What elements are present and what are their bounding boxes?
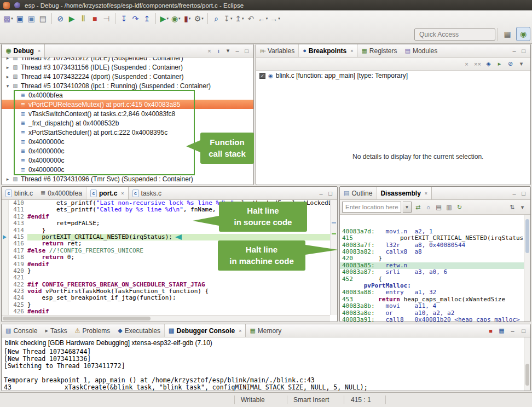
vertical-scrollbar[interactable] bbox=[524, 337, 530, 391]
show-breakpoints-supported-icon[interactable]: ◈ bbox=[484, 60, 493, 67]
tab-debug[interactable]: ◉ Debug × bbox=[2, 44, 45, 57]
coverage-icon[interactable]: ▮▾ bbox=[182, 12, 193, 25]
debug-icon[interactable]: ◉▾ bbox=[170, 12, 182, 25]
thread-row[interactable]: ▸▥Thread #3 1073431156 (IDLE) (Suspended… bbox=[2, 62, 253, 72]
view-menu-icon[interactable]: ▾ bbox=[223, 47, 233, 54]
close-icon[interactable]: × bbox=[350, 48, 353, 54]
previous-annotation-icon[interactable]: ↥▾ bbox=[234, 12, 245, 25]
remove-all-breakpoints-icon[interactable]: ×× bbox=[473, 61, 482, 67]
tab-executables[interactable]: ◆Executables bbox=[114, 324, 164, 337]
expand-toggle-icon[interactable]: ▸ bbox=[4, 65, 11, 70]
terminate-icon[interactable]: ■ bbox=[89, 12, 101, 25]
step-return-icon[interactable]: ↥ bbox=[141, 12, 153, 25]
maximize-icon[interactable]: □ bbox=[242, 48, 251, 54]
thread-row[interactable]: ▾▥Thread #5 1073410208 (ipc1 : Running) … bbox=[2, 81, 253, 90]
disconnect-icon[interactable]: ⊣ bbox=[101, 12, 112, 25]
stack-frame-row[interactable]: ≣vTaskSwitchContext() at tasks.c:2,846 0… bbox=[2, 109, 253, 118]
stack-frame-row[interactable]: ≣0x4000bfea bbox=[2, 90, 253, 100]
tab-tasks-c[interactable]: ctasks.c bbox=[129, 187, 165, 199]
expand-toggle-icon[interactable]: ▸ bbox=[4, 74, 11, 79]
resume-icon[interactable]: ▶ bbox=[66, 12, 78, 25]
print-icon[interactable]: ▤ bbox=[37, 12, 49, 25]
thread-row[interactable]: ▸▥Thread #2 1073431912 (IDLE) (Suspended… bbox=[2, 58, 253, 62]
back-icon[interactable]: ←▾ bbox=[257, 12, 269, 25]
remove-breakpoint-icon[interactable]: × bbox=[462, 61, 471, 67]
display-console-icon[interactable]: ▦ bbox=[497, 327, 506, 334]
close-icon[interactable]: × bbox=[239, 328, 241, 334]
minimize-icon[interactable]: – bbox=[510, 190, 519, 197]
minimize-icon[interactable]: – bbox=[233, 48, 242, 54]
skip-all-breakpoints-icon[interactable]: ⊘ bbox=[506, 60, 515, 67]
scrollbar-thumb[interactable] bbox=[3, 317, 151, 320]
home-icon[interactable]: ⌂ bbox=[424, 204, 433, 210]
tab-0x4000bfea[interactable]: ≣0x4000bfea bbox=[37, 187, 86, 199]
thread-row[interactable]: ▸▥Thread #4 1073432224 (dport) (Suspende… bbox=[2, 72, 253, 81]
expand-toggle-icon[interactable]: ▸ bbox=[4, 58, 11, 61]
tab-disassembly[interactable]: Disassembly× bbox=[376, 187, 432, 199]
instruction-stepping-icon[interactable]: i bbox=[214, 48, 223, 54]
layout-icon[interactable]: ⇅ bbox=[507, 204, 517, 211]
go-to-file-icon[interactable]: ▸ bbox=[495, 60, 504, 67]
tab-debugger-console[interactable]: ▥Debugger Console× bbox=[164, 324, 246, 337]
forward-icon[interactable]: →▾ bbox=[269, 12, 281, 25]
tab-port-c[interactable]: cport.c× bbox=[86, 187, 129, 199]
thread-row[interactable]: ▸▥Thread #6 1073431096 (Tmr Svc) (Suspen… bbox=[2, 174, 253, 184]
tab-tasks[interactable]: ▸Tasks bbox=[41, 324, 71, 337]
last-edit-location-icon[interactable]: ↶ bbox=[245, 12, 257, 25]
tab-modules[interactable]: ▤Modules bbox=[401, 44, 442, 57]
location-input[interactable]: Enter location here bbox=[342, 202, 401, 213]
location-dropdown-icon[interactable]: ▼ bbox=[403, 202, 412, 213]
scrollbar-thumb[interactable] bbox=[525, 364, 529, 386]
tab-memory[interactable]: ▦Memory bbox=[246, 324, 285, 337]
perspective-workbench-icon[interactable]: ▦ bbox=[500, 27, 514, 41]
maximize-icon[interactable]: □ bbox=[519, 328, 528, 334]
tab-problems[interactable]: ⚠Problems bbox=[71, 324, 114, 337]
expand-toggle-icon[interactable]: ▸ bbox=[4, 176, 11, 182]
breakpoint-item[interactable]: ✓◉blink.c [function: app_main] [type: Te… bbox=[256, 71, 530, 81]
horizontal-scrollbar[interactable] bbox=[2, 315, 330, 322]
maximize-icon[interactable]: □ bbox=[326, 190, 335, 197]
stack-frame-row[interactable]: ≣0x4000000c bbox=[2, 165, 253, 174]
debug-thread-tree[interactable]: ▸▥Thread #2 1073431912 (IDLE) (Suspended… bbox=[2, 58, 253, 185]
refresh-icon[interactable]: ↻ bbox=[455, 204, 464, 211]
tab-breakpoints[interactable]: ●Breakpoints× bbox=[298, 44, 357, 57]
minimize-icon[interactable]: – bbox=[316, 190, 326, 197]
close-icon[interactable]: × bbox=[38, 48, 41, 54]
code-line[interactable]: 425} bbox=[2, 302, 337, 308]
disassembly-listing[interactable]: 40083a7d: movi.n a2, 1415 portEXIT_CRITI… bbox=[340, 215, 530, 322]
quick-access-input[interactable]: Quick Access bbox=[414, 28, 495, 41]
skip-all-breakpoints-icon[interactable]: ⊘ bbox=[55, 12, 66, 25]
stack-frame-row-selected[interactable]: ≣vPortCPUReleaseMutex() at port.c:415 0x… bbox=[2, 100, 253, 109]
step-into-icon[interactable]: ↧ bbox=[118, 12, 130, 25]
breakpoints-menu-icon[interactable]: ▾ bbox=[517, 60, 526, 67]
show-source-icon[interactable]: ▤ bbox=[434, 204, 443, 211]
disassembly-menu-icon[interactable]: ▾ bbox=[518, 204, 527, 211]
tab-registers[interactable]: ▦Registers bbox=[357, 44, 401, 57]
minimize-icon[interactable]: – bbox=[510, 48, 519, 54]
terminate-icon[interactable]: ■ bbox=[486, 328, 495, 334]
run-icon[interactable]: ▶▾ bbox=[159, 12, 170, 25]
perspective-debug-icon[interactable]: ◉ bbox=[516, 27, 530, 41]
minimize-icon[interactable]: – bbox=[508, 328, 517, 334]
external-tools-icon[interactable]: ⚙▾ bbox=[193, 12, 205, 25]
save-all-icon[interactable]: ▣ bbox=[26, 12, 37, 25]
scrollbar-thumb[interactable] bbox=[525, 219, 529, 253]
show-symbols-icon[interactable]: ▥ bbox=[444, 204, 454, 211]
new-wizard-icon[interactable]: ▩▾ bbox=[2, 12, 14, 25]
tab-blink-c[interactable]: cblink.c bbox=[2, 187, 37, 199]
next-annotation-icon[interactable]: ↧▾ bbox=[222, 12, 234, 25]
breakpoints-list[interactable]: ✓◉blink.c [function: app_main] [type: Te… bbox=[256, 71, 530, 185]
suspend-icon[interactable]: ‖ bbox=[78, 12, 89, 25]
tab-console[interactable]: ▥Console bbox=[2, 324, 41, 337]
expand-toggle-icon[interactable]: ▾ bbox=[4, 83, 11, 89]
remove-all-terminated-icon[interactable]: × bbox=[205, 48, 214, 54]
overview-ruler[interactable] bbox=[330, 200, 337, 315]
search-icon[interactable]: ⌕ bbox=[211, 12, 222, 25]
maximize-icon[interactable]: □ bbox=[519, 48, 528, 54]
disassembly-line[interactable]: 40083a91: call8 0x40081b20 <heap_caps_ma… bbox=[340, 317, 530, 322]
step-over-icon[interactable]: ↷ bbox=[130, 12, 141, 25]
console-output[interactable]: blink checking [GDB Hardware Debugging] … bbox=[2, 337, 530, 391]
tab-variables[interactable]: (x)=Variables bbox=[256, 44, 298, 57]
code-line[interactable]: 424 esp_set_breakpoint_if_jtag(function)… bbox=[2, 295, 337, 301]
stack-frame-row[interactable]: ≣_frxt_dispatch() at 0x4008532b bbox=[2, 118, 253, 128]
